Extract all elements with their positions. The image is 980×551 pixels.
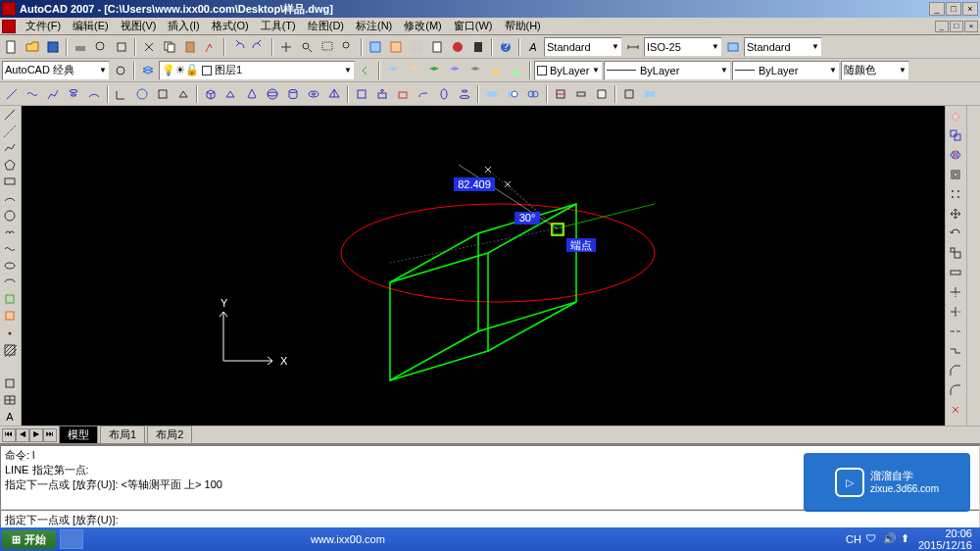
ucs-w-icon[interactable] <box>132 84 152 104</box>
join-icon[interactable] <box>946 341 965 361</box>
break-icon[interactable] <box>946 322 965 341</box>
ellipsearc-icon[interactable] <box>0 275 20 291</box>
thicken-icon[interactable] <box>571 84 591 104</box>
flatshot-icon[interactable] <box>640 84 660 104</box>
layer-unlock-icon[interactable] <box>507 61 526 80</box>
fillet-icon[interactable] <box>946 380 965 400</box>
textstyle-icon[interactable]: A <box>523 37 543 57</box>
pyramid-icon[interactable] <box>324 84 344 104</box>
dimstyle-dropdown[interactable]: ISO-25▼ <box>644 37 722 57</box>
sheet-icon[interactable] <box>427 37 447 57</box>
block-icon[interactable] <box>0 308 20 325</box>
vertical-scrollbar[interactable] <box>966 106 980 426</box>
tab-last[interactable]: ⏭ <box>43 428 57 442</box>
open-icon[interactable] <box>23 37 42 57</box>
ime-indicator[interactable]: CH <box>846 533 861 545</box>
linetype-dropdown[interactable]: ByLayer▼ <box>604 61 731 80</box>
presspull-icon[interactable] <box>393 84 413 104</box>
cylinder-icon[interactable] <box>283 84 303 104</box>
markup-icon[interactable] <box>448 37 467 57</box>
publish-icon[interactable] <box>112 37 131 57</box>
menu-modify[interactable]: 修改(M) <box>398 19 448 33</box>
3dpoly-icon[interactable] <box>43 84 63 104</box>
spline-icon[interactable] <box>0 240 20 257</box>
ucs-icon[interactable] <box>112 84 131 104</box>
xline-icon[interactable] <box>0 123 20 139</box>
menu-help[interactable]: 帮助(H) <box>499 19 547 33</box>
layer-dropdown[interactable]: 💡 ☀ 🔓 图层1 ▼ <box>159 61 355 80</box>
tablestyle-icon[interactable] <box>723 37 743 57</box>
start-button[interactable]: ⊞ 开始 <box>2 530 56 549</box>
tablestyle-dropdown[interactable]: Standard▼ <box>744 37 822 57</box>
layer-off-icon[interactable] <box>466 61 485 80</box>
calc-icon[interactable] <box>468 37 488 57</box>
textstyle-dropdown[interactable]: Standard▼ <box>544 37 622 57</box>
intersect-icon[interactable] <box>523 84 543 104</box>
workspace-settings-icon[interactable] <box>111 61 130 80</box>
line3d-icon[interactable] <box>2 84 22 104</box>
layer-iso-icon[interactable] <box>424 61 444 80</box>
cone-icon[interactable] <box>242 84 262 104</box>
tab-layout2[interactable]: 布局2 <box>147 426 192 444</box>
circle-icon[interactable] <box>0 207 20 224</box>
tab-next[interactable]: ▶ <box>29 428 43 442</box>
insert-icon[interactable] <box>0 291 20 308</box>
convert-icon[interactable] <box>592 84 612 104</box>
point-icon[interactable] <box>0 325 20 341</box>
tab-model[interactable]: 模型 <box>59 426 98 444</box>
move-icon[interactable] <box>946 204 965 224</box>
command-input[interactable] <box>119 513 976 526</box>
region-icon[interactable] <box>0 376 20 392</box>
menu-edit[interactable]: 编辑(E) <box>67 19 115 33</box>
drawing-canvas[interactable]: X Y 82.409 30° 端点 <box>22 106 945 426</box>
toolpal-icon[interactable] <box>407 37 426 57</box>
plotstyle-dropdown[interactable]: 随颜色▼ <box>841 61 909 80</box>
layer-lock2-icon[interactable] <box>486 61 506 80</box>
zoom-win-icon[interactable] <box>318 37 337 57</box>
loft-icon[interactable] <box>455 84 474 104</box>
make-current-icon[interactable] <box>383 61 403 80</box>
sphere-icon[interactable] <box>263 84 282 104</box>
wedge-icon[interactable] <box>221 84 241 104</box>
menu-view[interactable]: 视图(V) <box>115 19 163 33</box>
menu-insert[interactable]: 插入(I) <box>162 19 205 33</box>
taskbar-autocad[interactable] <box>60 529 83 549</box>
union-icon[interactable] <box>482 84 502 104</box>
lineweight-dropdown[interactable]: ByLayer▼ <box>732 61 840 80</box>
tray-icon-1[interactable]: 🛡 <box>865 532 879 546</box>
menu-dimension[interactable]: 标注(N) <box>350 19 398 33</box>
clock-time[interactable]: 20:06 <box>918 527 972 539</box>
preview-icon[interactable] <box>91 37 111 57</box>
save-icon[interactable] <box>43 37 63 57</box>
zoom-rt-icon[interactable] <box>297 37 317 57</box>
mirror-icon[interactable] <box>946 145 965 165</box>
array-icon[interactable] <box>946 184 965 204</box>
offset-icon[interactable] <box>946 165 965 184</box>
properties-icon[interactable] <box>366 37 385 57</box>
revcloud-icon[interactable] <box>0 224 20 240</box>
layer-prev-icon[interactable] <box>356 61 375 80</box>
zoom-prev-icon[interactable] <box>338 37 358 57</box>
scale-icon[interactable] <box>946 243 965 263</box>
subtract-icon[interactable] <box>503 84 522 104</box>
pline-icon[interactable] <box>0 139 20 156</box>
ucs-f-icon[interactable] <box>173 84 193 104</box>
tab-first[interactable]: ⏮ <box>2 428 16 442</box>
mtext-icon[interactable]: A <box>0 409 20 426</box>
ellipse-icon[interactable] <box>0 257 20 274</box>
stretch-icon[interactable] <box>946 263 965 282</box>
ucs-p-icon[interactable] <box>153 84 172 104</box>
copy-icon[interactable] <box>160 37 179 57</box>
hatch-icon[interactable] <box>0 341 20 358</box>
paste-icon[interactable] <box>180 37 200 57</box>
undo-icon[interactable] <box>228 37 248 57</box>
table-icon[interactable] <box>0 392 20 409</box>
tab-prev[interactable]: ◀ <box>16 428 29 442</box>
menu-format[interactable]: 格式(O) <box>206 19 255 33</box>
maximize-button[interactable]: □ <box>946 2 961 16</box>
gradient-icon[interactable] <box>0 358 20 375</box>
layer-match-icon[interactable] <box>404 61 423 80</box>
polysolid-icon[interactable] <box>352 84 371 104</box>
tray-icon-3[interactable]: ⬆ <box>901 532 914 546</box>
close-button[interactable]: × <box>962 2 978 16</box>
